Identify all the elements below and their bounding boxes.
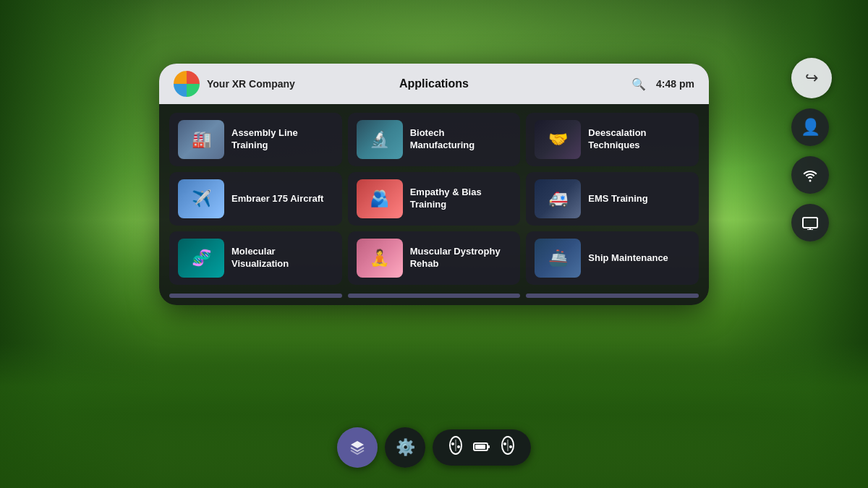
svg-point-13 [503,442,506,445]
search-icon[interactable]: 🔍 [631,77,646,91]
app-card-muscular[interactable]: 🧘 Muscular Dystrophy Rehab [348,231,521,285]
right-controller-icon [498,435,518,460]
header-left: Your XR Company [174,71,295,97]
app-card-deescalation[interactable]: 🤝 Deescalation Techniques [526,113,699,166]
app-thumbnail-ems: 🚑 [535,179,581,218]
settings-button[interactable]: ⚙️ [385,427,425,468]
app-thumbnail-assembly-line: 🏭 [178,120,224,159]
app-card-empathy[interactable]: 🫂 Empathy & Bias Training [348,172,521,226]
battery-icon [473,440,490,456]
cast-button[interactable] [791,204,829,241]
app-card-ems[interactable]: 🚑 EMS Training [526,172,699,226]
app-label-deescalation: Deescalation Techniques [588,127,690,152]
exit-button[interactable]: ↪ [791,58,832,98]
app-label-molecular: Molecular Visualization [231,246,333,270]
scroll-hints [159,294,709,305]
right-sidebar: ↪ 👤 [791,58,832,241]
app-label-biotech: Biotech Manufacturing [410,127,512,152]
right-controller-svg [498,435,518,455]
app-card-biotech[interactable]: 🔬 Biotech Manufacturing [348,113,521,166]
svg-point-14 [509,445,512,448]
app-label-ems: EMS Training [588,193,647,205]
app-label-ship: Ship Maintenance [588,252,668,265]
scroll-hint-3 [526,294,699,298]
svg-point-0 [809,180,812,182]
svg-point-7 [457,445,460,448]
wifi-button[interactable] [791,156,829,194]
app-label-empathy: Empathy & Bias Training [410,187,512,211]
app-card-molecular[interactable]: 🧬 Molecular Visualization [169,231,342,285]
svg-point-6 [451,442,454,445]
svg-rect-1 [803,218,817,228]
header-right: 🔍 4:48 pm [631,77,694,91]
company-name: Your XR Company [207,78,295,90]
app-card-embraer[interactable]: ✈️ Embraer 175 Aircraft [169,172,342,226]
app-label-assembly-line: Assembly Line Training [231,127,333,152]
header-bar: Your XR Company Applications 🔍 4:48 pm [159,64,709,104]
main-panel: Your XR Company Applications 🔍 4:48 pm 🏭… [159,64,709,305]
company-logo [174,71,200,97]
app-thumbnail-deescalation: 🤝 [535,120,581,159]
svg-marker-4 [351,441,364,448]
svg-rect-11 [475,445,485,449]
layers-icon [348,438,367,457]
app-label-muscular: Muscular Dystrophy Rehab [410,246,512,270]
battery-svg [473,441,490,453]
app-thumbnail-muscular: 🧘 [357,239,403,278]
app-card-ship[interactable]: 🚢 Ship Maintenance [526,231,699,285]
controller-bar [433,429,531,466]
time-display: 4:48 pm [656,78,694,90]
app-card-assembly-line[interactable]: 🏭 Assembly Line Training [169,113,342,166]
app-thumbnail-empathy: 🫂 [357,179,403,218]
scroll-hint-1 [169,294,342,298]
svg-rect-10 [488,445,490,448]
bottom-bar: ⚙️ [337,427,531,468]
app-thumbnail-embraer: ✈️ [178,179,224,218]
app-thumbnail-ship: 🚢 [535,239,581,278]
scroll-hint-2 [348,294,521,298]
app-thumbnail-molecular: 🧬 [178,239,224,278]
left-controller-icon [446,435,466,460]
apps-grid: 🏭 Assembly Line Training 🔬 Biotech Manuf… [159,104,709,294]
profile-button[interactable]: 👤 [791,108,829,146]
layers-button[interactable] [337,427,378,468]
app-label-embraer: Embraer 175 Aircraft [231,193,323,205]
wifi-icon [801,168,819,182]
page-title: Applications [399,77,469,90]
cast-icon [801,215,819,230]
app-thumbnail-biotech: 🔬 [357,120,403,159]
left-controller-svg [446,435,466,455]
